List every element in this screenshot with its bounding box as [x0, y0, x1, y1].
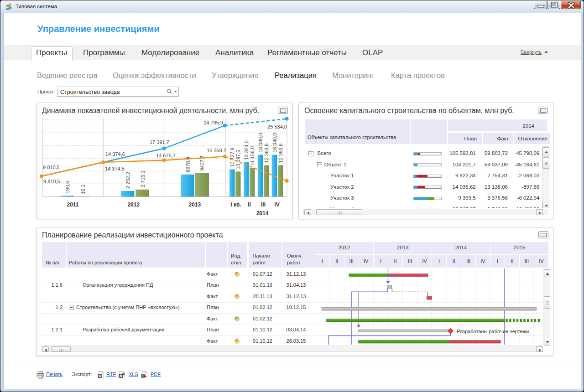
svg-text:16 040,0: 16 040,0: [258, 133, 263, 153]
svg-text:13 354,0: 13 354,0: [244, 140, 249, 160]
svg-text:16 040,0: 16 040,0: [272, 133, 277, 153]
svg-text:17 391,7: 17 391,7: [150, 139, 169, 145]
svg-text:W: W: [99, 374, 102, 377]
svg-text:2 252,2: 2 252,2: [125, 172, 130, 189]
svg-text:15 358,2: 15 358,2: [207, 148, 226, 153]
svg-text:12 363,6: 12 363,6: [264, 144, 269, 163]
svg-text:25 534,0: 25 534,0: [267, 124, 287, 129]
svg-text:2011: 2011: [67, 201, 78, 208]
svg-text:14 374,6: 14 374,6: [105, 151, 125, 157]
svg-text:14 675,7: 14 675,7: [156, 153, 176, 158]
svg-text:II: II: [248, 201, 251, 208]
svg-text:III: III: [261, 201, 266, 208]
svg-text:12 363,6: 12 363,6: [278, 144, 283, 163]
svg-text:10 727,9: 10 727,9: [229, 148, 235, 167]
svg-text:2 716,1: 2 716,1: [140, 170, 146, 187]
svg-text:10 197,6: 10 197,6: [235, 150, 241, 170]
svg-text:193,6: 193,6: [65, 181, 70, 194]
svg-text:11 156,0: 11 156,0: [250, 146, 255, 165]
svg-text:2013: 2013: [189, 201, 201, 208]
svg-text:9437,7: 9437,7: [199, 155, 205, 171]
svg-text:Разработаны рабочие чертежи: Разработаны рабочие чертежи: [457, 329, 529, 334]
svg-text:9 810,5: 9 810,5: [43, 165, 60, 170]
svg-text:IV: IV: [274, 201, 279, 208]
svg-text:14 374,5: 14 374,5: [105, 166, 125, 171]
svg-text:8978,9: 8978,9: [185, 157, 191, 172]
svg-text:2014: 2014: [256, 210, 269, 217]
svg-text:2012: 2012: [127, 201, 140, 208]
svg-text:24 795,9: 24 795,9: [203, 120, 223, 125]
svg-text:10,1: 10,1: [80, 185, 86, 194]
svg-text:I кв.: I кв.: [230, 201, 241, 208]
svg-text:9 810,5: 9 810,5: [43, 179, 60, 184]
